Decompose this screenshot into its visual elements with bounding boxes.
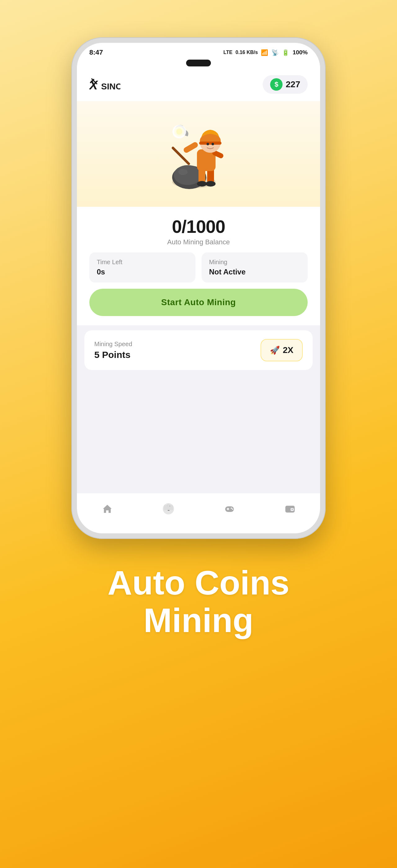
network-icon: LTE — [223, 50, 232, 55]
phone-screen: 8:47 LTE 0.16 KB/s 📶 📡 🔋 100% X SINO — [77, 43, 320, 533]
speed-value: 5 Points — [94, 349, 132, 360]
wifi-icon: 📶 — [261, 49, 268, 56]
svg-rect-31 — [227, 508, 228, 510]
balance-label: Auto Mining Balance — [167, 238, 230, 246]
bottom-nav: ₿ — [77, 493, 320, 533]
nav-item-wallet[interactable] — [275, 500, 305, 520]
svg-rect-37 — [285, 507, 295, 508]
nav-item-home[interactable] — [92, 500, 122, 520]
svg-point-11 — [206, 181, 216, 187]
speed-info: Mining Speed 5 Points — [94, 341, 132, 360]
home-icon — [102, 503, 113, 517]
notch-pill — [186, 60, 211, 66]
svg-point-7 — [178, 169, 188, 175]
svg-point-10 — [197, 181, 207, 187]
svg-point-22 — [176, 128, 183, 135]
caption-line1: Auto Coins — [108, 564, 290, 601]
dollar-icon: $ — [274, 81, 278, 89]
svg-rect-17 — [199, 142, 222, 145]
time-left-value: 0s — [97, 268, 188, 276]
dollar-circle: $ — [270, 78, 283, 91]
multiplier-badge[interactable]: 🚀 2X — [261, 339, 303, 361]
battery-level: 100% — [293, 49, 308, 56]
svg-rect-13 — [183, 141, 199, 154]
signal-icon: 📡 — [271, 49, 279, 56]
xsino-logo-icon: X SINO — [89, 78, 120, 91]
svg-point-19 — [211, 143, 214, 145]
battery-icon: 🔋 — [282, 49, 289, 56]
speed-card: Mining Speed 5 Points 🚀 2X — [85, 330, 312, 370]
notch — [77, 60, 320, 69]
info-row: Time Left 0s Mining Not Active — [89, 252, 308, 282]
svg-point-25 — [167, 503, 170, 507]
svg-point-33 — [232, 508, 233, 510]
mining-status-card: Mining Not Active — [202, 252, 308, 282]
balance-badge: $ 227 — [263, 75, 308, 94]
logo-area: X SINO — [89, 78, 120, 91]
phone-wrapper: 8:47 LTE 0.16 KB/s 📶 📡 🔋 100% X SINO — [71, 37, 326, 539]
rocket-icon: 🚀 — [270, 345, 280, 355]
stats-area: 0/1000 Auto Mining Balance Time Left 0s … — [77, 207, 320, 326]
header-balance-value: 227 — [286, 80, 300, 89]
content-spacer — [77, 375, 320, 493]
caption-line2: Mining — [108, 601, 290, 639]
mining-status-value: Not Active — [209, 268, 300, 276]
mining-balance-display: 0/1000 Auto Mining Balance — [167, 216, 230, 246]
bitcoin-cloud-icon: ₿ — [162, 503, 175, 518]
balance-number: 0/1000 — [167, 216, 230, 237]
mining-status-label: Mining — [209, 258, 300, 266]
svg-text:SINO: SINO — [101, 82, 120, 91]
wallet-icon — [285, 503, 296, 517]
status-right: LTE 0.16 KB/s 📶 📡 🔋 100% — [223, 49, 308, 56]
time-left-label: Time Left — [97, 258, 188, 266]
data-speed: 0.16 KB/s — [235, 50, 258, 55]
gamepad-icon — [224, 503, 235, 517]
svg-point-18 — [206, 143, 209, 145]
start-mining-button[interactable]: Start Auto Mining — [89, 289, 308, 316]
status-bar: 8:47 LTE 0.16 KB/s 📶 📡 🔋 100% — [77, 43, 320, 60]
svg-point-36 — [292, 509, 293, 510]
app-header: X SINO $ 227 — [77, 69, 320, 101]
mining-hero — [77, 101, 320, 207]
page-caption: Auto Coins Mining — [108, 564, 290, 639]
miner-illustration — [164, 114, 233, 194]
nav-item-mining[interactable]: ₿ — [153, 499, 184, 521]
speed-label: Mining Speed — [94, 341, 132, 348]
time-left-card: Time Left 0s — [89, 252, 195, 282]
time-display: 8:47 — [89, 49, 103, 57]
start-button-label: Start Auto Mining — [161, 298, 236, 307]
multiplier-value: 2X — [283, 345, 293, 355]
svg-point-32 — [231, 507, 232, 509]
nav-item-games[interactable] — [214, 500, 244, 520]
svg-rect-28 — [164, 506, 173, 510]
